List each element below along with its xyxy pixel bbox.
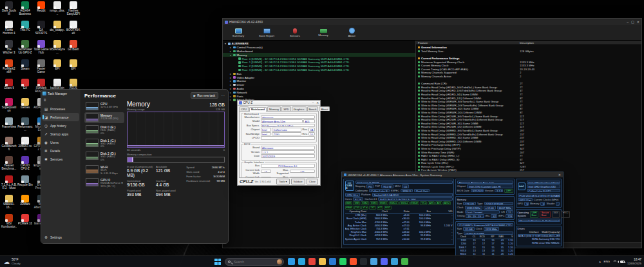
hamburger-icon[interactable]: ≡ [44, 98, 79, 102]
feature-row[interactable]: RAS# to RAS# Delay (tRRD_L): 7T [416, 154, 641, 158]
desktop-icon[interactable]: EFI [50, 59, 65, 79]
feature-row[interactable]: Read to Write Delay (tRDWR_DG/TrdwrScEx)… [416, 118, 641, 122]
feature-row[interactable]: Read to Write Delay (tRDWR_SD) Same DIMM… [416, 121, 641, 125]
expand-arrow-icon[interactable]: ▸ [229, 87, 232, 90]
desktop-icon[interactable]: FrameView [1, 117, 17, 137]
nav-item[interactable]: ≣ Details [43, 146, 79, 155]
desktop-icon[interactable]: 3DMark [17, 195, 33, 214]
maximize-icon[interactable]: ▢ [631, 20, 634, 24]
taskbar-app-icon[interactable] [329, 258, 336, 265]
desktop-icon[interactable]: nvngx_dlss... [50, 1, 65, 21]
desktop-icon[interactable]: AIDA64 Business [17, 1, 33, 21]
run-new-task-button[interactable]: ▶ Run new task [191, 92, 218, 99]
expand-arrow-icon[interactable]: ▸ [229, 76, 232, 79]
expand-arrow-icon[interactable]: ▸ [229, 98, 232, 101]
taskbar-app-icon[interactable] [298, 258, 305, 265]
feature-row[interactable]: Write to Write Delay (tWRWR_SG/TwrwrScL)… [416, 100, 641, 104]
expand-arrow-icon[interactable]: ▾ [229, 54, 232, 57]
feature-row[interactable]: Write to Precharge Delay (tWTP): 34T [416, 147, 641, 151]
drive-row[interactable]: NVMeLexar SSD NM620 2TB [1.8 TB] [518, 242, 560, 245]
desktop-icon[interactable]: Performanc... [17, 117, 33, 137]
desktop-icon[interactable]: TechPowerUp GPU-Z [17, 40, 33, 59]
nav-item-settings[interactable]: ⚙ Settings [43, 233, 79, 241]
memory-composition-bar[interactable] [127, 157, 225, 163]
taskbar-app-icon[interactable] [288, 258, 295, 265]
feature-row[interactable]: Read to Write Delay (tRDWR_DD) Different… [416, 125, 641, 129]
expand-arrow-icon[interactable]: ▸ [229, 72, 232, 75]
desktop-icon[interactable]: Hashes EasyUEFI [66, 1, 81, 21]
feature-row[interactable]: Maximum Supported Memory Clock: 1333.3 M… [416, 60, 641, 64]
desktop-icon[interactable]: Geekbench 6 [1, 137, 17, 156]
feature-row[interactable]: RAS# to RAS# Delay (tRRD_S): 5T [416, 157, 641, 161]
nav-item[interactable]: ◷ App history [43, 121, 79, 130]
desktop-icon[interactable]: Faster Game [33, 59, 49, 79]
taskbar-app-icon[interactable] [350, 258, 357, 265]
expand-arrow-icon[interactable]: ▾ [224, 42, 227, 45]
expand-arrow-icon[interactable]: ▸ [229, 95, 232, 98]
close-button[interactable]: Close [307, 179, 318, 184]
taskbar-app-icon[interactable] [360, 258, 367, 265]
tray-chevron-icon[interactable]: ∧ [599, 260, 601, 264]
close-icon[interactable]: ✕ [316, 101, 319, 104]
feature-row[interactable]: Read to Read Delay (tRDRD_DD) Different … [416, 96, 641, 100]
taskbar-app-icon[interactable] [339, 258, 346, 265]
toolbar-button[interactable]: Memory [310, 26, 336, 40]
desktop-icon[interactable]: Dark Souls III [1, 1, 17, 21]
toolbar-button[interactable]: Sensors [282, 26, 308, 40]
desktop-icon[interactable]: memes [17, 98, 33, 117]
search-box[interactable] [225, 258, 284, 266]
feature-row[interactable]: Command Rate (CR): 2T [416, 82, 641, 86]
desktop-icon[interactable]: CPUID CPU-Z [17, 156, 33, 175]
feature-row[interactable]: Write to Read Delay (tWRRD_DD) Different… [416, 139, 641, 143]
cpuz-tab[interactable]: Graphics [292, 106, 307, 111]
expand-arrow-icon[interactable]: ▸ [229, 79, 232, 83]
toolbar-button[interactable]: Summary [225, 26, 251, 40]
feature-row[interactable]: Current Timing (tCAS-tRCD-tRP-tRAS): 19-… [416, 68, 641, 72]
desktop-icon[interactable]: Stakes1-16... [1, 195, 17, 214]
feature-row[interactable]: Read to Read Delay (tRDRD_SD) Same DIMM:… [416, 93, 641, 97]
taskbar-app-icon[interactable] [401, 258, 408, 265]
start-button[interactable] [214, 259, 221, 265]
feature-row[interactable]: Write to Write Delay (tWRWR_SD) Same DIM… [416, 107, 641, 111]
taskbar-app-icon[interactable] [308, 258, 316, 265]
feature-row[interactable]: Memory Channels Supported: 2 [416, 71, 641, 75]
feature-row[interactable]: Read to Read Delay (tRDRD_SG/TrdrdScL) S… [416, 86, 641, 90]
taskbar-app-icon[interactable] [319, 258, 326, 265]
desktop-icon[interactable]: Steam [17, 59, 33, 79]
feature-row[interactable]: Write to Read Delay (tWRRD_DG/TwrrdScEx)… [416, 132, 641, 136]
desktop-icon[interactable]: Forza Horizon 4 [1, 21, 17, 40]
desktop-icon[interactable]: Git Bash [66, 40, 81, 59]
desktop-icon[interactable]: EFI [66, 59, 81, 79]
desktop-icon[interactable]: 2060A7.rom [17, 137, 33, 156]
cpuz-tab[interactable]: About [319, 106, 330, 111]
cpuz-tab[interactable]: Bench [307, 106, 319, 111]
cpuz-tab[interactable]: SPD [281, 106, 291, 111]
clock[interactable]: 18:47 12/05/2025 [627, 258, 641, 265]
cpu-name[interactable]: Intel Core i9-9900K [355, 181, 453, 184]
close-icon[interactable]: ✕ [637, 20, 639, 24]
desktop-icon[interactable]: The Witcher 3 Wild Hunt [1, 40, 17, 59]
expand-arrow-icon[interactable]: ▸ [229, 83, 232, 86]
desktop-icon[interactable]: This PC [17, 21, 33, 40]
feature-row[interactable]: Write to Write Delay (tWRWR_DD) Differen… [416, 111, 641, 115]
desktop-icon[interactable]: EA SPORTS FC 25 [33, 21, 49, 40]
feature-column-header[interactable]: Feature [416, 41, 520, 44]
toolbar-button[interactable]: About [339, 26, 365, 40]
taskbar-app-icon[interactable] [381, 258, 388, 265]
desktop-icon[interactable]: dts_swapy... [50, 21, 65, 40]
desktop-icon[interactable]: Gears 5 [1, 79, 17, 98]
desktop-icon[interactable]: 7.1.A.L.A.B.R.2 - Must o... [1, 175, 17, 195]
desktop-icon[interactable]: MSIAnalyze... [50, 40, 65, 59]
cpu-selector[interactable]: CPU #0 ▾ [345, 193, 360, 197]
cpuz-tab[interactable]: Memory [267, 106, 281, 111]
nav-item[interactable]: ▤ Processes [43, 104, 79, 113]
search-input[interactable] [232, 259, 275, 264]
desktop-icon[interactable]: PCMark 10 [17, 214, 33, 233]
desktop-icon[interactable]: Heaven Benchma... [1, 156, 17, 175]
summary-titlebar[interactable]: HWiNFO64 v6.42-4360 ® Alienware Alienwar… [342, 172, 563, 177]
more-options-icon[interactable]: ··· [221, 94, 225, 97]
feature-row[interactable]: Read to Read Delay (tRDRD_DG/TrdrdScEx) … [416, 89, 641, 93]
nav-item[interactable]: ◉ Users [43, 138, 79, 146]
nav-item[interactable]: ✱ Services [43, 155, 79, 163]
gpu-title[interactable]: Intel UHD Graphics 630 (Coffee Lake GT2 … [527, 181, 560, 184]
